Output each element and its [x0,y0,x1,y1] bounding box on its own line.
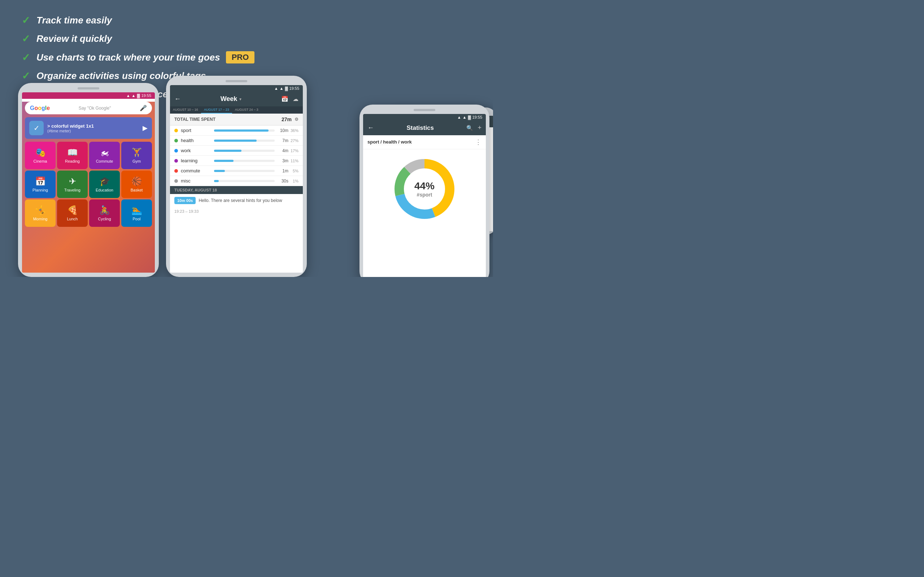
donut-center: 44% #sport [414,180,435,198]
more-icon[interactable]: ⋮ [475,138,481,146]
reading-label: Reading [65,159,80,163]
work-bar [214,150,241,152]
commute-time: 1m [278,168,288,174]
phone3-statusbar: ▲ ▲ ▓ 19:55 [363,114,486,121]
mic-icon[interactable]: 🎤 [140,105,147,111]
phone2-body: ▲ ▲ ▓ 19:55 ← Week ▾ 📅 ☁ [166,76,307,277]
app-reading[interactable]: 📖 Reading [57,142,88,169]
lunch-label: Lunch [67,217,78,221]
day-header: TUESDAY, AUGUST 18 [170,186,303,194]
total-value: 27m [281,116,292,122]
learning-name: learning [181,158,211,163]
app-basket[interactable]: 🏀 Basket [121,171,152,198]
week-dropdown-arrow[interactable]: ▾ [239,97,241,102]
app-lunch[interactable]: 🍕 Lunch [57,200,88,227]
add-icon[interactable]: + [478,124,481,132]
widget-text: > colorful widget 1x1 (#time meter) [47,123,142,133]
activity-health[interactable]: health 7m 27% [170,135,303,146]
activity-sport[interactable]: sport 10m 36% [170,126,303,135]
phone2-header: ← Week ▾ 📅 ☁ [170,92,303,106]
activity-learning[interactable]: learning 3m 11% [170,156,303,166]
phone1-screen: ▲ ▲ ▓ 19:55 Google Say "Ok Google" 🎤 [22,92,155,272]
week-nav: Week ▾ [221,95,242,103]
week-tab-1[interactable]: AUGUST 10 – 16 [170,106,201,114]
day-event: 10m 00s Hello. There are several hints f… [170,194,303,207]
morning-label: Morning [33,217,48,221]
cycling-label: Cycling [98,217,111,221]
sport-dot [174,129,178,132]
activity-misc[interactable]: misc 30s 1% [170,176,303,186]
app-cycling[interactable]: 🚴 Cycling [89,200,120,227]
lunch-icon: 🍕 [67,205,78,215]
widget-sub: (#time meter) [47,129,142,133]
app-commute[interactable]: 🏍 Commute [89,142,120,169]
app-grid: 🎭 Cinema 📖 Reading 🏍 Commute 🏋 [22,140,155,228]
week-tabs: AUGUST 10 – 16 AUGUST 17 – 23 AUGUST 24 … [170,106,303,114]
donut-pct: 44% [414,180,435,192]
widget-title: > colorful widget 1x1 [47,123,142,129]
widget-icon: ✓ [29,121,44,135]
time-widget[interactable]: ✓ > colorful widget 1x1 (#time meter) ▶ [25,117,152,139]
app-cinema[interactable]: 🎭 Cinema [25,142,56,169]
phone1-wifi-icon: ▲ [132,93,136,98]
week-tab-3[interactable]: AUGUST 24 – 3 [232,106,261,114]
sport-time: 10m [278,128,288,133]
event-time-range-row: 19:23 – 19:33 [170,207,303,216]
sport-name: sport [181,128,211,133]
phone3-body: ▲ ▲ ▓ 19:55 ← Statistics 🔍 + sport / he [360,105,489,277]
misc-bar [214,180,219,182]
cycling-icon: 🚴 [99,205,110,215]
app-traveling[interactable]: ✈ Traveling [57,171,88,198]
calendar-icon[interactable]: 📅 [281,95,288,102]
google-search-bar[interactable]: Google Say "Ok Google" 🎤 [25,102,152,114]
back-arrow[interactable]: ← [174,95,181,103]
phone2-time: 19:55 [289,86,299,90]
play-button[interactable]: ▶ [142,124,148,132]
phone2-shell: ▲ ▲ ▓ 19:55 ← Week ▾ 📅 ☁ [166,76,307,277]
traveling-label: Traveling [64,188,81,192]
stats-back-arrow[interactable]: ← [367,124,374,132]
filter-text[interactable]: sport / health / work [367,139,412,145]
activity-commute[interactable]: commute 1m 5% [170,166,303,176]
misc-dot [174,179,178,183]
work-name: work [181,148,211,153]
pool-icon: 🏊 [131,205,142,215]
filter-bar: sport / health / work ⋮ [363,135,486,149]
total-time-row: TOTAL TIME SPENT 27m ⚙ [170,114,303,126]
health-bar-bg [214,140,275,142]
app-education[interactable]: 🎓 Education [89,171,120,198]
google-logo: Google [30,105,50,111]
event-time-range: 19:23 – 19:33 [174,209,199,213]
cloud-icon[interactable]: ☁ [293,95,299,102]
search-icon[interactable]: 🔍 [466,125,473,131]
education-icon: 🎓 [99,176,110,187]
phone1-statusbar: ▲ ▲ ▓ 19:55 [22,92,155,99]
check-icon-track: ✓ [22,15,30,26]
donut-label: #sport [414,192,435,198]
week-tab-2[interactable]: AUGUST 17 – 23 [201,106,232,114]
settings-icon[interactable]: ⚙ [294,117,299,122]
commute-icon: 🏍 [100,148,109,158]
check-icon-review: ✓ [22,33,30,45]
misc-pct: 1% [288,179,299,183]
health-dot [174,139,178,142]
work-dot [174,149,178,153]
app-gym[interactable]: 🏋 Gym [121,142,152,169]
education-label: Education [96,188,113,192]
health-pct: 27% [288,139,299,143]
app-morning[interactable]: 🤸 Morning [25,200,56,227]
commute-name: commute [181,168,211,174]
health-name: health [181,138,211,143]
learning-pct: 11% [288,159,299,163]
traveling-icon: ✈ [69,176,76,187]
cinema-icon: 🎭 [35,148,46,158]
phone3-time: 19:55 [472,115,482,119]
app-planning[interactable]: 📅 Planning [25,171,56,198]
basket-label: Basket [131,188,143,192]
feature-text-track: Track time easily [36,15,112,26]
phone2-signal-icon: ▲ [274,86,278,90]
activity-work[interactable]: work 4m 17% [170,146,303,156]
app-pool[interactable]: 🏊 Pool [121,200,152,227]
feature-item-review: ✓ Review it quickly [22,33,274,45]
health-time: 7m [278,138,288,143]
